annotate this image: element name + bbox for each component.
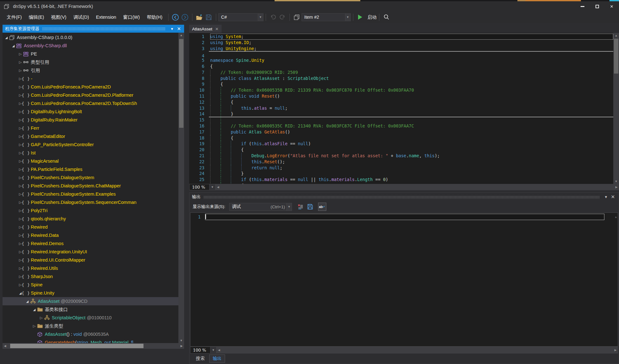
- scroll-left-icon[interactable]: ◀: [216, 184, 221, 190]
- code-editor[interactable]: 1using System;2using System.IO;3using Un…: [189, 33, 619, 184]
- tree-item[interactable]: ▷{ }SharpJson: [3, 272, 178, 281]
- tree-item[interactable]: GenerateMesh(string, Mesh, out Material,…: [3, 338, 178, 343]
- language-select[interactable]: C# ▼: [218, 13, 263, 21]
- horizontal-splitter[interactable]: [189, 190, 619, 192]
- tree-item[interactable]: ▷{ }Rewired.UI.ControlMapper: [3, 256, 178, 264]
- code-line-16[interactable]: 16// Token: 0x0600535C RID: 21340 RVA: 0…: [189, 123, 613, 129]
- menu-item-6[interactable]: 帮助(H): [143, 13, 166, 22]
- tree-expander-icon[interactable]: ▷: [39, 316, 44, 320]
- output-zoom-select[interactable]: 100 % ▼: [190, 347, 216, 354]
- maximize-button[interactable]: [590, 1, 604, 11]
- code-line-9[interactable]: 9{: [189, 81, 613, 87]
- save-output-icon[interactable]: [306, 203, 314, 211]
- scroll-left-icon[interactable]: ◀: [216, 347, 222, 354]
- tree-expander-icon[interactable]: ◢: [4, 36, 9, 39]
- undo-icon[interactable]: [268, 13, 278, 22]
- tree-item[interactable]: ▷{ }PixelCrushers.DialogueSystem: [3, 173, 178, 182]
- panel-menu-chevron-icon[interactable]: ▼: [169, 27, 176, 31]
- code-line-5[interactable]: 5namespace Spine.Unity: [189, 57, 613, 63]
- code-line-12[interactable]: 12{: [189, 99, 613, 105]
- redo-icon[interactable]: [278, 13, 287, 22]
- code-line-19[interactable]: 19if (this.atlasFile == null): [189, 141, 613, 147]
- code-line-24[interactable]: 24}: [189, 171, 613, 177]
- scroll-up-icon[interactable]: ▲: [178, 33, 184, 38]
- tree-item[interactable]: ◢Assembly-CSharp.dll: [3, 42, 178, 50]
- panel-close-icon[interactable]: ✕: [609, 194, 616, 200]
- tree-item[interactable]: ▷{ }PixelCrushers.DialogueSystem.Example…: [3, 190, 178, 198]
- tree-item[interactable]: ▷{ }Ferr: [3, 124, 178, 132]
- minimize-button[interactable]: [575, 1, 590, 11]
- tree-item[interactable]: ▷{ }Rewired.Data: [3, 231, 178, 239]
- tree-item[interactable]: ▷{ }DigitalRuby.RainMaker: [3, 116, 178, 124]
- code-line-1[interactable]: 1using System;: [189, 34, 613, 40]
- tree-item[interactable]: ▷{ }GameDataEditor: [3, 132, 178, 140]
- scroll-down-icon[interactable]: ▼: [613, 179, 619, 184]
- tree-item[interactable]: ◢AtlasAsset @020009CD: [3, 297, 178, 305]
- tree-expander-icon[interactable]: ▷: [18, 60, 23, 64]
- bottom-tab-1[interactable]: 输出: [209, 354, 225, 363]
- menu-item-1[interactable]: 编辑(E): [25, 13, 48, 22]
- code-line-4[interactable]: 4: [189, 51, 613, 57]
- menu-item-3[interactable]: 调试(D): [70, 13, 92, 22]
- tree-item[interactable]: ◢基类和接口: [3, 305, 178, 314]
- code-line-18[interactable]: 18{: [189, 135, 613, 141]
- code-line-23[interactable]: 23return null;: [189, 165, 613, 171]
- play-icon[interactable]: [356, 13, 365, 22]
- code-line-7[interactable]: 7// Token: 0x020009CD RID: 2509: [189, 69, 613, 75]
- tree-expander-icon[interactable]: ▷: [32, 324, 37, 328]
- output-line-1[interactable]: 1: [190, 214, 618, 220]
- editor-horizontal-scrollbar[interactable]: [221, 184, 614, 190]
- tree-item[interactable]: ◢Assembly-CSharp (1.0.0.0): [3, 33, 178, 42]
- panel-splitter[interactable]: [184, 25, 189, 364]
- tree-item[interactable]: ▷{ }Com.LuisPedroFonseca.ProCamera2D.Top…: [3, 99, 178, 107]
- scroll-right-icon[interactable]: ▶: [613, 347, 618, 354]
- code-line-3[interactable]: 3using UnityEngine;: [189, 46, 613, 52]
- open-file-icon[interactable]: [195, 13, 204, 22]
- tree-item[interactable]: ▷引用: [3, 66, 178, 75]
- tree-expander-icon[interactable]: ◢: [32, 308, 37, 311]
- output-source-select[interactable]: 调试 (Ctrl+1) ▼: [229, 203, 292, 211]
- word-wrap-icon[interactable]: ab↵: [318, 203, 326, 211]
- scroll-right-icon[interactable]: ▶: [614, 184, 619, 190]
- tree-item[interactable]: ▷{ }Rewired.Integration.UnityUI: [3, 248, 178, 256]
- tree-expander-icon[interactable]: ▷: [18, 52, 23, 56]
- code-line-20[interactable]: 20{: [189, 147, 613, 153]
- panel-menu-chevron-icon[interactable]: ▼: [602, 195, 610, 199]
- tree-item[interactable]: ▷{ }Ist: [3, 149, 178, 157]
- tree-item[interactable]: ◢{ }Spine.Unity: [3, 289, 178, 297]
- scroll-left-icon[interactable]: ◀: [3, 343, 8, 349]
- clear-output-icon[interactable]: [296, 203, 305, 211]
- tree-horizontal-scrollbar[interactable]: ◀ ▶: [3, 343, 184, 349]
- tree-item[interactable]: ▷PE: [3, 50, 178, 58]
- tab-atlasasset[interactable]: AtlasAsset ✕: [189, 25, 222, 33]
- save-icon[interactable]: [204, 13, 214, 22]
- tree-expander-icon[interactable]: ◢: [11, 44, 16, 48]
- code-line-11[interactable]: 11public void Reset(): [189, 93, 613, 99]
- scroll-up-icon[interactable]: ▲: [613, 33, 619, 38]
- search-icon[interactable]: [382, 13, 391, 22]
- tree-item[interactable]: ▷类型引用: [3, 58, 178, 66]
- code-line-22[interactable]: 22this.Reset();: [189, 159, 613, 165]
- assembly-list-select[interactable]: Item #2 ▼: [302, 13, 351, 21]
- start-debug-button[interactable]: 启动: [368, 14, 377, 20]
- close-button[interactable]: ✕: [604, 1, 619, 11]
- code-line-6[interactable]: 6{: [189, 63, 613, 69]
- tree-item[interactable]: ▷{ }DigitalRuby.LightningBolt: [3, 107, 178, 116]
- menu-item-5[interactable]: 窗口(W): [120, 13, 143, 22]
- editor-zoom-select[interactable]: 100 % ▼: [189, 184, 216, 190]
- navigate-back-button[interactable]: [171, 13, 180, 22]
- scrollbar-thumb[interactable]: [10, 344, 143, 348]
- tree-item[interactable]: ▷{ }Com.LuisPedroFonseca.ProCamera2D.Pla…: [3, 91, 178, 99]
- scroll-down-icon[interactable]: ▼: [178, 338, 184, 343]
- tree-item[interactable]: ▷{ }qtools.qhierarchy: [3, 215, 178, 223]
- scrollbar-thumb[interactable]: [179, 39, 183, 128]
- tree-item[interactable]: ▷{ }Rewired.Utils: [3, 264, 178, 272]
- tab-close-icon[interactable]: ✕: [215, 27, 219, 31]
- code-view[interactable]: 1using System;2using System.IO;3using Un…: [189, 33, 613, 184]
- menu-item-2[interactable]: 视图(V): [48, 13, 70, 22]
- code-line-14[interactable]: 14}: [189, 111, 613, 117]
- code-line-2[interactable]: 2using System.IO;: [189, 40, 613, 46]
- tree-item[interactable]: ▷{ }GAP_ParticleSystemController: [3, 140, 178, 149]
- scroll-right-icon[interactable]: ▶: [179, 343, 184, 349]
- code-line-13[interactable]: 13this.atlas = null;: [189, 105, 613, 111]
